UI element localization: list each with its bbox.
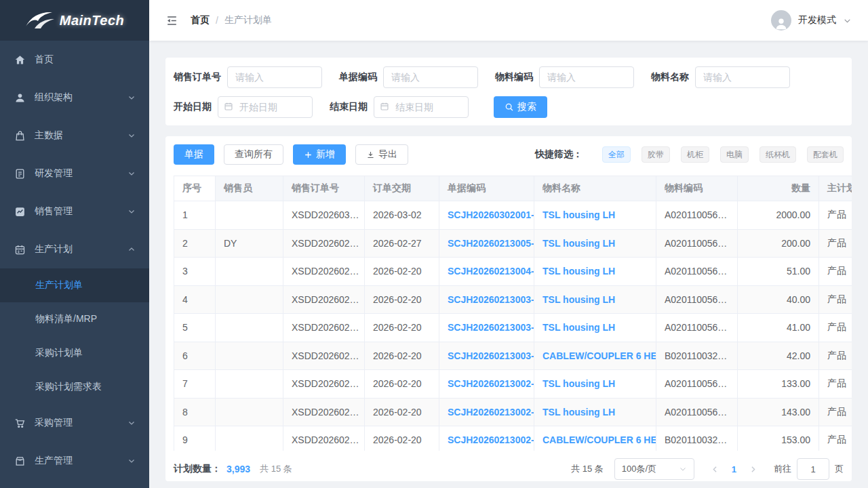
- production-box-icon: [14, 455, 26, 467]
- sidebar-subitem-bom-mrp[interactable]: 物料清单/MRP: [0, 302, 149, 336]
- cell-material-name[interactable]: CABLEW/COUPLER 6 HE: [534, 342, 656, 370]
- breadcrumb-home[interactable]: 首页: [191, 14, 210, 26]
- pagination: 共 15 条 100条/页 1 前往 页: [571, 458, 844, 480]
- cell-doc-code[interactable]: SCJH20260213003-: [439, 342, 534, 370]
- material-code-input[interactable]: [539, 66, 634, 88]
- cell-material-name[interactable]: TSL housing LH: [534, 229, 656, 258]
- cell-salesperson: DY: [216, 229, 283, 258]
- cell-plan-type: 产品: [819, 342, 852, 370]
- cell-material-name[interactable]: TSL housing LH: [534, 258, 656, 286]
- cell-doc-code[interactable]: SCJH20260213003-: [439, 285, 534, 314]
- quick-filter-cabinet[interactable]: 机柜: [681, 146, 709, 163]
- cell-material-code: A020110056…: [656, 370, 738, 399]
- user-menu[interactable]: 开发模式: [771, 10, 852, 30]
- chevron-down-icon: [679, 465, 687, 473]
- chevron-down-icon: [127, 457, 136, 465]
- top-header: 首页 / 生产计划单 开发模式: [149, 0, 868, 41]
- sidebar-subitem-purchase-plan-order[interactable]: 采购计划单: [0, 336, 149, 370]
- sidebar-fold-icon[interactable]: [165, 14, 178, 27]
- cell-material-name[interactable]: TSL housing LH: [534, 314, 656, 342]
- quick-filter-accessory-machine[interactable]: 配套机: [807, 146, 844, 163]
- cell-material-code: A020110056…: [656, 285, 738, 314]
- search-button[interactable]: 搜索: [494, 96, 547, 118]
- cell-material-name[interactable]: CABLEW/COUPLER 6 HE: [534, 426, 656, 451]
- goto-label: 前往: [774, 463, 791, 475]
- table-header-row: 序号 销售员 销售订单号 订单交期 单据编码 物料名称 物料编码 数量 主计划: [174, 176, 852, 201]
- cell-doc-code[interactable]: SCJH20260213002-: [439, 370, 534, 399]
- plan-qty-label: 计划数量：: [174, 463, 221, 475]
- cell-salesperson: [216, 342, 283, 370]
- sidebar-item-production-management[interactable]: 生产管理: [0, 442, 149, 480]
- calendar-icon: [380, 102, 389, 111]
- sidebar-item-organization[interactable]: 组织架构: [0, 79, 149, 117]
- cell-salesperson: [216, 258, 283, 286]
- table-row: 8XSDD202602…2026-02-20SCJH20260213002-TS…: [174, 398, 852, 426]
- sales-order-label: 销售订单号: [174, 71, 221, 83]
- doc-button[interactable]: 单据: [174, 144, 214, 165]
- sales-order-input[interactable]: [227, 66, 322, 88]
- cell-sales-order: XSDD202602…: [283, 342, 365, 370]
- app-window: MainTech 首页 组织架构 主数据 研发管理 销售管理: [0, 0, 868, 488]
- col-seq: 序号: [174, 176, 216, 201]
- chevron-down-icon: [127, 94, 136, 102]
- sidebar-item-label: 主数据: [35, 129, 127, 142]
- table-row: 7XSDD202602…2026-02-20SCJH20260213002-TS…: [174, 370, 852, 399]
- cell-doc-code[interactable]: SCJH20260213003-: [439, 314, 534, 342]
- prev-page-icon[interactable]: [711, 465, 719, 474]
- quick-filter-tape[interactable]: 胶带: [642, 146, 670, 163]
- page-size-select[interactable]: 100条/页: [614, 458, 694, 480]
- cell-material-name[interactable]: TSL housing LH: [534, 398, 656, 426]
- goto-page-input[interactable]: [797, 458, 829, 480]
- cell-material-name[interactable]: TSL housing LH: [534, 370, 656, 399]
- cell-salesperson: [216, 398, 283, 426]
- sidebar-item-home[interactable]: 首页: [0, 41, 149, 79]
- table-row: 9XSDD202602…2026-02-20SCJH20260213002-CA…: [174, 426, 852, 451]
- query-all-button[interactable]: 查询所有: [224, 144, 283, 165]
- cell-doc-code[interactable]: SCJH20260213002-: [439, 398, 534, 426]
- sidebar-item-production-plan[interactable]: 生产计划: [0, 230, 149, 268]
- cell-sales-order: XSDD202602…: [283, 426, 365, 451]
- table-panel: 单据 查询所有 新增 导出 快捷筛选： 全部 胶带 机柜 电脑 纸杯机 配套机: [165, 136, 852, 481]
- cell-material-name[interactable]: TSL housing LH: [534, 285, 656, 314]
- quick-filter-paper-cup-machine[interactable]: 纸杯机: [760, 146, 796, 163]
- quick-filter-computer[interactable]: 电脑: [720, 146, 749, 163]
- next-page-icon[interactable]: [749, 465, 757, 474]
- cell-quantity: 40.00: [738, 285, 819, 314]
- add-button[interactable]: 新增: [293, 144, 346, 165]
- sidebar-item-master-data[interactable]: 主数据: [0, 117, 149, 155]
- chevron-down-icon: [127, 207, 136, 216]
- col-doc-code: 单据编码: [439, 176, 534, 201]
- sidebar-item-purchase-management[interactable]: 采购管理: [0, 404, 149, 442]
- download-icon: [366, 150, 375, 159]
- cell-seq: 7: [174, 370, 216, 399]
- material-name-input[interactable]: [695, 66, 790, 88]
- data-table: 序号 销售员 销售订单号 订单交期 单据编码 物料名称 物料编码 数量 主计划 …: [174, 176, 852, 451]
- bag-icon: [14, 129, 26, 142]
- export-button[interactable]: 导出: [355, 144, 408, 165]
- cell-doc-code[interactable]: SCJH20260213004-: [439, 258, 534, 286]
- user-name: 开发模式: [798, 14, 836, 26]
- cell-plan-type: 产品: [819, 201, 852, 230]
- sidebar-subitem-label: 采购计划需求表: [35, 381, 102, 393]
- page-number[interactable]: 1: [732, 464, 736, 474]
- quick-filter-all[interactable]: 全部: [602, 146, 631, 163]
- sidebar-item-label: 研发管理: [35, 167, 127, 180]
- sidebar-item-rd-management[interactable]: 研发管理: [0, 155, 149, 192]
- org-user-icon: [14, 92, 26, 104]
- table-row: 4XSDD202602…2026-02-20SCJH20260213003-TS…: [174, 285, 852, 314]
- cell-sales-order: XSDD202602…: [283, 285, 365, 314]
- sales-chart-icon: [14, 205, 26, 218]
- sidebar-subitem-production-plan-order[interactable]: 生产计划单: [0, 268, 149, 302]
- chevron-down-icon: [843, 16, 852, 25]
- cell-doc-code[interactable]: SCJH20260213002-: [439, 426, 534, 451]
- material-name-label: 物料名称: [651, 71, 689, 83]
- cell-doc-code[interactable]: SCJH20260302001-: [439, 201, 534, 230]
- sidebar-subitem-purchase-plan-demand[interactable]: 采购计划需求表: [0, 370, 149, 404]
- cell-sales-order: XSDD202602…: [283, 370, 365, 399]
- doc-code-input[interactable]: [383, 66, 478, 88]
- cell-doc-code[interactable]: SCJH20260213005-: [439, 229, 534, 258]
- sidebar-item-sales-management[interactable]: 销售管理: [0, 192, 149, 230]
- chevron-down-icon: [127, 419, 136, 427]
- cell-quantity: 41.00: [738, 314, 819, 342]
- cell-material-name[interactable]: TSL housing LH: [534, 201, 656, 230]
